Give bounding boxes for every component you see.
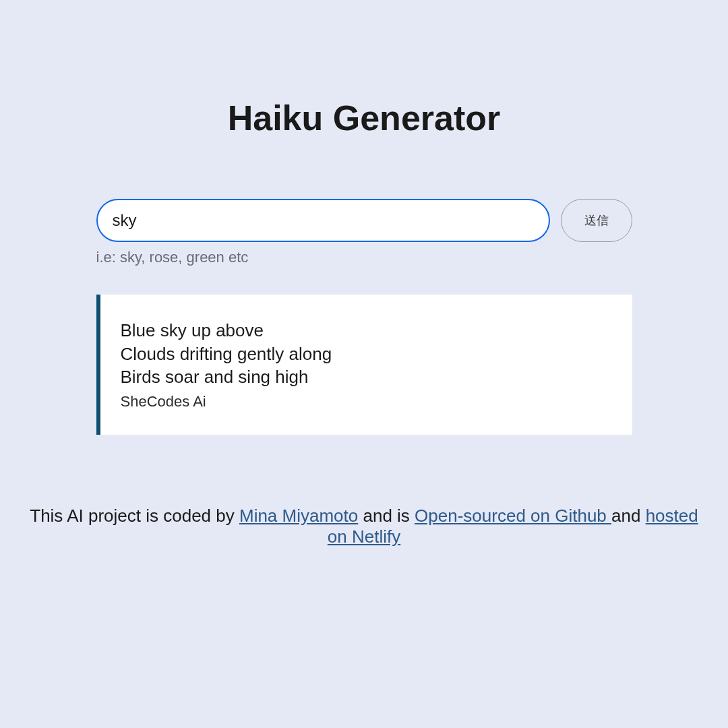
search-form: 送信 — [96, 199, 632, 242]
haiku-line: Birds soar and sing high — [121, 367, 612, 388]
prompt-input[interactable] — [96, 199, 550, 242]
footer-text: and is — [358, 506, 415, 526]
submit-button[interactable]: 送信 — [561, 199, 632, 242]
input-hint: i.e: sky, rose, green etc — [96, 249, 632, 266]
github-link[interactable]: Open-sourced on Github — [415, 506, 611, 526]
footer-text: and — [611, 506, 646, 526]
haiku-line: Blue sky up above — [121, 320, 612, 341]
haiku-result-card: Blue sky up above Clouds drifting gently… — [96, 295, 632, 435]
author-link[interactable]: Mina Miyamoto — [239, 506, 358, 526]
haiku-line: Clouds drifting gently along — [121, 344, 612, 365]
page-title: Haiku Generator — [228, 98, 501, 138]
haiku-attribution: SheCodes Ai — [121, 393, 612, 411]
footer-credits: This AI project is coded by Mina Miyamot… — [0, 506, 728, 547]
footer-text: This AI project is coded by — [30, 506, 239, 526]
